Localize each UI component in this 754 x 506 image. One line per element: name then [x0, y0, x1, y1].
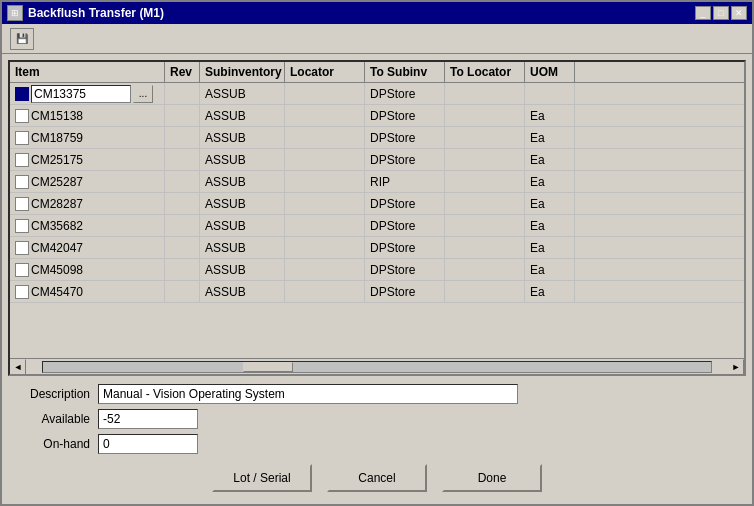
- cell-item: CM42047: [10, 237, 165, 258]
- cell-tolocator: [445, 149, 525, 170]
- row-marker: [15, 109, 29, 123]
- cell-rev: [165, 237, 200, 258]
- cell-uom: Ea: [525, 171, 575, 192]
- cell-item: CM25175: [10, 149, 165, 170]
- table-row[interactable]: CM35682 ASSUB DPStore Ea: [10, 215, 744, 237]
- cell-tosubinv: DPStore: [365, 215, 445, 236]
- rev-input[interactable]: [170, 85, 194, 103]
- item-lookup-button[interactable]: ...: [133, 85, 153, 103]
- app-icon: ⊞: [7, 5, 23, 21]
- scroll-left-button[interactable]: ◄: [10, 359, 26, 375]
- cell-locator: [285, 149, 365, 170]
- cell-tosubinv: DPStore: [365, 149, 445, 170]
- cell-locator: [285, 281, 365, 302]
- row-marker: [15, 131, 29, 145]
- item-input[interactable]: [31, 85, 131, 103]
- done-button[interactable]: Done: [442, 464, 542, 492]
- horizontal-scrollbar[interactable]: ◄ ►: [10, 358, 744, 374]
- cancel-button[interactable]: Cancel: [327, 464, 427, 492]
- cell-locator: [285, 105, 365, 126]
- cell-tolocator: [445, 193, 525, 214]
- table-row[interactable]: CM15138 ASSUB DPStore Ea: [10, 105, 744, 127]
- cell-uom: Ea: [525, 105, 575, 126]
- description-row: Description: [18, 384, 736, 404]
- title-bar: ⊞ Backflush Transfer (M1) _ □ ✕: [2, 2, 752, 24]
- cell-subinventory: ASSUB: [200, 215, 285, 236]
- lot-serial-button[interactable]: Lot / Serial: [212, 464, 312, 492]
- cell-locator: [285, 83, 365, 104]
- close-button[interactable]: ✕: [731, 6, 747, 20]
- cell-item: CM25287: [10, 171, 165, 192]
- cell-rev: [165, 171, 200, 192]
- cell-rev[interactable]: [165, 83, 200, 104]
- cell-uom: Ea: [525, 215, 575, 236]
- table-body: ... ASSUB DPStore CM15138: [10, 83, 744, 358]
- table-row[interactable]: CM28287 ASSUB DPStore Ea: [10, 193, 744, 215]
- table-row[interactable]: CM25287 ASSUB RIP Ea: [10, 171, 744, 193]
- cell-uom: Ea: [525, 127, 575, 148]
- table-row[interactable]: CM45098 ASSUB DPStore Ea: [10, 259, 744, 281]
- cell-locator: [285, 237, 365, 258]
- table-row[interactable]: CM25175 ASSUB DPStore Ea: [10, 149, 744, 171]
- cell-tosubinv: DPStore: [365, 105, 445, 126]
- available-input[interactable]: [98, 409, 198, 429]
- cell-rev: [165, 127, 200, 148]
- header-subinventory: Subinventory: [200, 62, 285, 82]
- table-row[interactable]: CM42047 ASSUB DPStore Ea: [10, 237, 744, 259]
- header-tolocator: To Locator: [445, 62, 525, 82]
- minimize-button[interactable]: _: [695, 6, 711, 20]
- cell-item: CM15138: [10, 105, 165, 126]
- table-header: Item Rev Subinventory Locator To Subinv …: [10, 62, 744, 83]
- cell-tosubinv: DPStore: [365, 127, 445, 148]
- row-marker: [15, 87, 29, 101]
- cell-subinventory: ASSUB: [200, 149, 285, 170]
- header-tosubinv: To Subinv: [365, 62, 445, 82]
- cell-tosubinv: DPStore: [365, 237, 445, 258]
- cell-item: CM45098: [10, 259, 165, 280]
- cell-rev: [165, 281, 200, 302]
- title-bar-left: ⊞ Backflush Transfer (M1): [7, 5, 164, 21]
- description-input[interactable]: [98, 384, 518, 404]
- available-row: Available: [18, 409, 736, 429]
- cell-item[interactable]: ...: [10, 83, 165, 104]
- cell-subinventory: ASSUB: [200, 105, 285, 126]
- row-marker: [15, 263, 29, 277]
- content-area: Item Rev Subinventory Locator To Subinv …: [2, 54, 752, 504]
- onhand-input[interactable]: [98, 434, 198, 454]
- row-marker: [15, 197, 29, 211]
- cell-rev: [165, 149, 200, 170]
- scroll-right-button[interactable]: ►: [728, 359, 744, 375]
- cell-subinventory: ASSUB: [200, 193, 285, 214]
- onhand-row: On-hand: [18, 434, 736, 454]
- cell-tolocator: [445, 171, 525, 192]
- save-button[interactable]: 💾: [10, 28, 34, 50]
- cell-rev: [165, 193, 200, 214]
- table-row[interactable]: CM18759 ASSUB DPStore Ea: [10, 127, 744, 149]
- cell-uom: Ea: [525, 149, 575, 170]
- save-icon: 💾: [16, 33, 28, 44]
- cell-tolocator: [445, 83, 525, 104]
- maximize-button[interactable]: □: [713, 6, 729, 20]
- scrollbar-thumb[interactable]: [243, 362, 293, 372]
- cell-uom: Ea: [525, 281, 575, 302]
- cell-uom: Ea: [525, 193, 575, 214]
- cell-uom: [525, 83, 575, 104]
- table-row[interactable]: CM45470 ASSUB DPStore Ea: [10, 281, 744, 303]
- cell-uom: Ea: [525, 237, 575, 258]
- cell-tosubinv: DPStore: [365, 83, 445, 104]
- description-label: Description: [18, 387, 98, 401]
- data-table: Item Rev Subinventory Locator To Subinv …: [8, 60, 746, 376]
- table-row[interactable]: ... ASSUB DPStore: [10, 83, 744, 105]
- toolbar: 💾: [2, 24, 752, 54]
- cell-tolocator: [445, 215, 525, 236]
- cell-item: CM18759: [10, 127, 165, 148]
- cell-locator: [285, 259, 365, 280]
- cell-item: CM45470: [10, 281, 165, 302]
- scrollbar-track[interactable]: [42, 361, 712, 373]
- header-rev: Rev: [165, 62, 200, 82]
- cell-rev: [165, 259, 200, 280]
- cell-subinventory: ASSUB: [200, 171, 285, 192]
- cell-tolocator: [445, 237, 525, 258]
- button-row: Lot / Serial Cancel Done: [18, 464, 736, 492]
- cell-tolocator: [445, 105, 525, 126]
